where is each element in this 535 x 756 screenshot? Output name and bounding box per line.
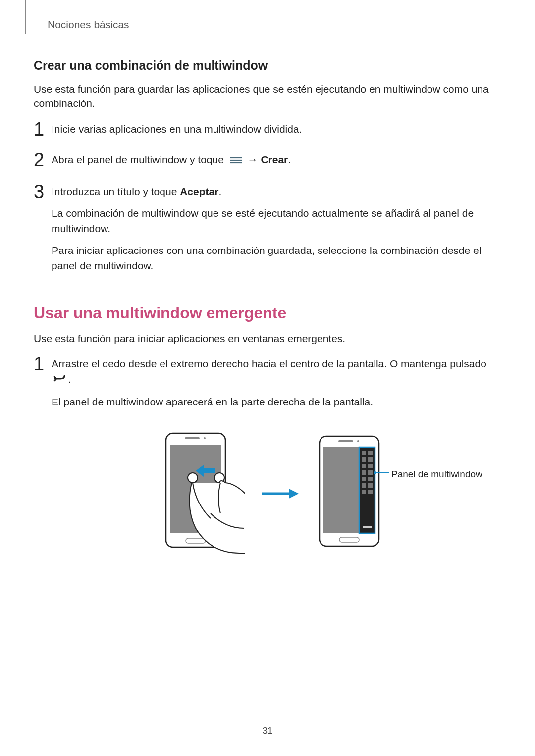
step-text: Abra el panel de multiwindow y toque → C… [52,152,501,168]
step-text: Inicie varias aplicaciones en una multiw… [52,122,501,137]
callout-label: Panel de multiwindow [391,469,482,480]
header-rule [25,0,26,34]
step-number: 1 [34,120,52,139]
svg-point-7 [204,437,206,439]
svg-rect-9 [202,468,215,473]
phone-panel-illustration [315,433,389,552]
section1-heading: Crear una combinación de multiwindow [34,58,501,73]
svg-rect-22 [368,451,373,455]
svg-rect-29 [362,477,366,481]
svg-rect-21 [362,451,366,455]
step-1b: 1 Arrastre el dedo desde el extremo dere… [34,356,501,416]
svg-rect-35 [363,526,372,528]
step-number: 2 [34,151,52,169]
svg-rect-33 [362,490,366,494]
section2-heading: Usar una multiwindow emergente [34,304,501,322]
step-1: 1 Inicie varias aplicaciones en una mult… [34,122,501,144]
svg-point-18 [357,440,359,442]
step-text: Arrastre el dedo desde el extremo derech… [52,356,501,387]
svg-rect-25 [362,464,366,468]
svg-rect-24 [368,457,373,462]
svg-point-38 [374,471,376,474]
step-para: Para iniciar aplicaciones con una combin… [52,243,501,273]
section2-steps: 1 Arrastre el dedo desde el extremo dere… [34,356,501,416]
arrow-right-icon [260,486,300,501]
page-number: 31 [262,725,272,736]
svg-rect-17 [338,440,353,442]
step-number: 1 [34,354,52,373]
page-content: Nociones básicas Crear una combinación d… [0,0,535,558]
svg-rect-26 [368,464,373,468]
section1-intro: Use esta función para guardar las aplica… [34,82,501,111]
svg-rect-6 [185,437,200,439]
svg-rect-23 [362,457,366,462]
step-para: La combinación de multiwindow que se est… [52,206,501,236]
svg-marker-14 [289,489,299,499]
svg-rect-34 [368,490,373,494]
phone-panel-wrap: Panel de multiwindow [315,433,389,554]
back-icon [54,372,66,387]
step-2: 2 Abra el panel de multiwindow y toque →… [34,152,501,175]
svg-rect-30 [368,477,373,481]
section1-steps: 1 Inicie varias aplicaciones en una mult… [34,122,501,280]
svg-point-11 [188,473,198,483]
step-para: El panel de multiwindow aparecerá en la … [52,395,501,409]
svg-rect-27 [362,470,366,475]
section2-intro: Use esta función para iniciar aplicacion… [34,331,501,346]
illustration: Panel de multiwindow [34,429,501,558]
svg-rect-32 [368,483,373,488]
phone-swipe-illustration [146,429,245,558]
breadcrumb: Nociones básicas [48,19,501,31]
menu-icon [229,153,243,168]
svg-rect-31 [362,483,366,488]
svg-rect-28 [368,470,373,475]
svg-rect-20 [359,447,375,533]
step-3: 3 Introduzca un título y toque Aceptar. … [34,184,501,280]
step-text: Introduzca un título y toque Aceptar. [52,184,501,199]
step-number: 3 [34,182,52,201]
